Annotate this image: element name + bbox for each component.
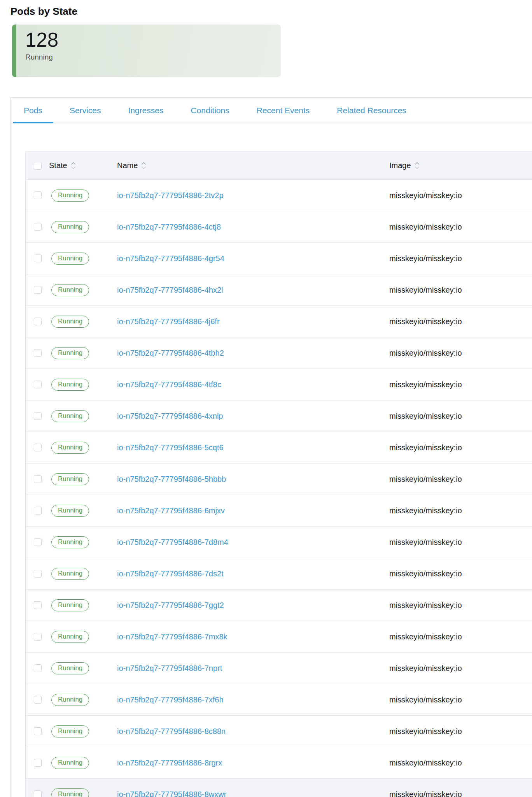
- row-checkbox[interactable]: [34, 255, 42, 262]
- row-checkbox[interactable]: [34, 570, 42, 578]
- table-row: Runningio-n75fb2q7-77795f4886-2tv2pmissk…: [26, 180, 532, 211]
- column-header-name[interactable]: Name: [109, 161, 383, 170]
- state-badge: Running: [51, 379, 89, 391]
- table-row: Runningio-n75fb2q7-77795f4886-4gr54missk…: [26, 243, 532, 274]
- pod-name-link[interactable]: io-n75fb2q7-77795f4886-8rgrx: [117, 758, 222, 767]
- state-badge: Running: [51, 568, 89, 580]
- pod-name-link[interactable]: io-n75fb2q7-77795f4886-4j6fr: [117, 317, 220, 326]
- row-checkbox[interactable]: [34, 664, 42, 672]
- state-badge: Running: [51, 505, 89, 517]
- sort-icon[interactable]: [415, 162, 420, 170]
- table-row: Runningio-n75fb2q7-77795f4886-4hx2lmissk…: [26, 274, 532, 306]
- row-checkbox[interactable]: [34, 223, 42, 231]
- pod-name-link[interactable]: io-n75fb2q7-77795f4886-4tf8c: [117, 380, 221, 389]
- card-body: 128 Running: [16, 25, 281, 77]
- pod-name-link[interactable]: io-n75fb2q7-77795f4886-7d8m4: [117, 538, 228, 547]
- row-checkbox[interactable]: [34, 318, 42, 325]
- table-row: Runningio-n75fb2q7-77795f4886-7ggt2missk…: [26, 590, 532, 621]
- pod-image: misskeyio/misskey:io: [383, 475, 532, 484]
- tab-pods[interactable]: Pods: [13, 98, 53, 123]
- pod-name-link[interactable]: io-n75fb2q7-77795f4886-7xf6h: [117, 695, 224, 704]
- state-badge: Running: [51, 788, 89, 797]
- table-row: Runningio-n75fb2q7-77795f4886-7ds2tmissk…: [26, 558, 532, 590]
- pod-name-link[interactable]: io-n75fb2q7-77795f4886-4ctj8: [117, 223, 221, 232]
- sort-icon[interactable]: [141, 162, 146, 170]
- pod-name-link[interactable]: io-n75fb2q7-77795f4886-7nprt: [117, 664, 222, 673]
- row-checkbox[interactable]: [34, 507, 42, 514]
- table-row: Runningio-n75fb2q7-77795f4886-7d8m4missk…: [26, 527, 532, 558]
- row-checkbox[interactable]: [34, 412, 42, 420]
- column-header-image[interactable]: Image: [383, 161, 532, 170]
- running-count: 128: [25, 28, 281, 52]
- pod-image: misskeyio/misskey:io: [383, 538, 532, 547]
- card-accent-bar: [12, 25, 16, 77]
- table-row: Runningio-n75fb2q7-77795f4886-5hbbbmissk…: [26, 463, 532, 495]
- pod-image: misskeyio/misskey:io: [383, 317, 532, 326]
- state-badge: Running: [51, 284, 89, 296]
- pod-name-link[interactable]: io-n75fb2q7-77795f4886-5cqt6: [117, 443, 224, 452]
- pod-name-link[interactable]: io-n75fb2q7-77795f4886-8c88n: [117, 727, 226, 736]
- state-badge: Running: [51, 473, 89, 485]
- row-checkbox[interactable]: [34, 444, 42, 451]
- tab-recent-events[interactable]: Recent Events: [246, 98, 321, 123]
- pod-name-link[interactable]: io-n75fb2q7-77795f4886-7ggt2: [117, 601, 224, 610]
- table-row: Runningio-n75fb2q7-77795f4886-4j6frmissk…: [26, 306, 532, 337]
- row-checkbox[interactable]: [34, 538, 42, 546]
- row-checkbox[interactable]: [34, 727, 42, 735]
- state-badge: Running: [51, 725, 89, 737]
- state-badge: Running: [51, 221, 89, 233]
- state-badge: Running: [51, 536, 89, 548]
- row-checkbox[interactable]: [34, 759, 42, 767]
- row-checkbox[interactable]: [34, 601, 42, 609]
- state-badge: Running: [51, 442, 89, 454]
- tab-bar: PodsServicesIngressesConditionsRecent Ev…: [11, 98, 532, 123]
- tab-conditions[interactable]: Conditions: [180, 98, 240, 123]
- row-checkbox[interactable]: [34, 475, 42, 483]
- pod-name-link[interactable]: io-n75fb2q7-77795f4886-5hbbb: [117, 475, 226, 484]
- tab-services[interactable]: Services: [59, 98, 112, 123]
- state-badge: Running: [51, 347, 89, 359]
- pod-image: misskeyio/misskey:io: [383, 286, 532, 295]
- pod-name-link[interactable]: io-n75fb2q7-77795f4886-4gr54: [117, 254, 224, 263]
- pod-name-link[interactable]: io-n75fb2q7-77795f4886-4tbh2: [117, 349, 224, 358]
- pod-image: misskeyio/misskey:io: [383, 349, 532, 358]
- row-checkbox[interactable]: [34, 381, 42, 388]
- state-badge: Running: [51, 253, 89, 265]
- row-checkbox[interactable]: [34, 696, 42, 704]
- pod-name-link[interactable]: io-n75fb2q7-77795f4886-7ds2t: [117, 569, 224, 578]
- tab-related-resources[interactable]: Related Resources: [326, 98, 417, 123]
- pod-name-link[interactable]: io-n75fb2q7-77795f4886-8wxwr: [117, 790, 226, 797]
- sort-icon[interactable]: [71, 162, 76, 170]
- table-row: Runningio-n75fb2q7-77795f4886-4ctj8missk…: [26, 211, 532, 243]
- pod-name-link[interactable]: io-n75fb2q7-77795f4886-7mx8k: [117, 632, 228, 641]
- state-badge: Running: [51, 631, 89, 643]
- pod-image: misskeyio/misskey:io: [383, 695, 532, 704]
- row-checkbox[interactable]: [34, 633, 42, 641]
- state-badge: Running: [51, 190, 89, 202]
- row-checkbox[interactable]: [34, 790, 42, 797]
- table-row: Runningio-n75fb2q7-77795f4886-5cqt6missk…: [26, 432, 532, 463]
- row-checkbox[interactable]: [34, 286, 42, 294]
- tab-ingresses[interactable]: Ingresses: [117, 98, 174, 123]
- table-row: Runningio-n75fb2q7-77795f4886-8rgrxmissk…: [26, 747, 532, 779]
- state-badge: Running: [51, 757, 89, 769]
- table-row: Runningio-n75fb2q7-77795f4886-7mx8kmissk…: [26, 621, 532, 653]
- row-checkbox[interactable]: [34, 349, 42, 357]
- pods-table: State Name Image: [25, 151, 532, 797]
- table-row: Runningio-n75fb2q7-77795f4886-6mjxvmissk…: [26, 495, 532, 527]
- state-badge: Running: [51, 410, 89, 422]
- select-all-checkbox[interactable]: [34, 162, 42, 170]
- pod-image: misskeyio/misskey:io: [383, 412, 532, 421]
- state-badge: Running: [51, 599, 89, 611]
- pod-image: misskeyio/misskey:io: [383, 380, 532, 389]
- column-header-state[interactable]: State: [49, 161, 109, 170]
- running-state-card[interactable]: 128 Running: [12, 25, 281, 77]
- pod-name-link[interactable]: io-n75fb2q7-77795f4886-6mjxv: [117, 506, 225, 515]
- pod-name-link[interactable]: io-n75fb2q7-77795f4886-4xnlp: [117, 412, 223, 421]
- state-badge: Running: [51, 694, 89, 706]
- pod-name-link[interactable]: io-n75fb2q7-77795f4886-2tv2p: [117, 191, 224, 200]
- pod-name-link[interactable]: io-n75fb2q7-77795f4886-4hx2l: [117, 286, 223, 295]
- row-checkbox[interactable]: [34, 191, 42, 199]
- pod-image: misskeyio/misskey:io: [383, 443, 532, 452]
- table-header-row: State Name Image: [26, 151, 532, 180]
